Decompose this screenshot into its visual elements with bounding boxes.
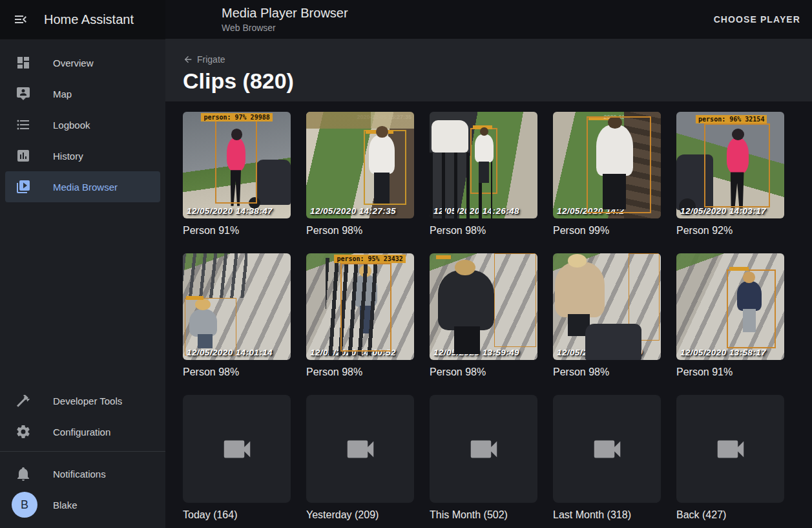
folder-label: Yesterday (209) [306, 509, 414, 522]
timestamp-overlay: 12/05/2020 13:58:17 [680, 348, 766, 357]
choose-player-button[interactable]: CHOOSE PLAYER [702, 8, 812, 31]
clip-caption: Person 92% [676, 224, 784, 237]
sidebar-item-overview[interactable]: Overview [5, 47, 160, 78]
clip-thumbnail: 12/05/2020 13:58:17 [676, 253, 784, 360]
camera-watermark: 2020-12-05 15:27:35 [357, 114, 411, 120]
folder-card[interactable]: Last Month (318) [553, 395, 661, 522]
clip-caption: Person 98% [553, 366, 661, 379]
sidebar-item-label: Configuration [53, 427, 110, 438]
sidebar-item-profile[interactable]: B Blake [5, 489, 160, 520]
detection-bounding-box [704, 123, 770, 207]
folder-tile [553, 395, 661, 503]
media-grid: person: 97% 29988 12/05/2020 14:38:47 Pe… [165, 101, 812, 522]
clip-thumbnail: 12/05/2020 14:26:48 [430, 112, 537, 218]
app-bar: Home Assistant Media Player Browser Web … [0, 0, 812, 39]
tooltip-account-icon [16, 86, 31, 101]
clip-thumbnail: 2020-12-05 15:26:06 12/05/2020 14:26:07 [553, 112, 661, 218]
folder-label: Back (427) [676, 509, 784, 522]
folder-label: Today (164) [183, 509, 291, 522]
folder-label: This Month (502) [430, 509, 537, 522]
sidebar-item-logbook[interactable]: Logbook [5, 109, 160, 140]
sidebar-item-label: Developer Tools [53, 396, 122, 407]
format-list-bulleted-icon [16, 117, 31, 132]
clip-thumbnail: 12/05/2020 13:59:49 [430, 253, 537, 360]
clip-caption: Person 98% [430, 224, 537, 237]
sidebar-item-configuration[interactable]: Configuration [5, 416, 160, 447]
clip-card[interactable]: 12/05/2020 13:58:30 Person 98% [553, 253, 661, 379]
folder-card[interactable]: Today (164) [183, 395, 291, 522]
page-subtitle: Web Browser [222, 22, 348, 34]
timestamp-overlay: 12/05/2020 14:26:48 [433, 206, 519, 216]
menu-open-icon[interactable] [5, 4, 36, 35]
cog-icon [16, 424, 31, 439]
clip-card[interactable]: 2020-12-05 15:27:35 12/05/2020 14:27:35 … [306, 112, 414, 237]
clip-card[interactable]: 12/05/2020 13:58:17 Person 91% [676, 253, 784, 379]
clip-card[interactable]: person: 95% 23432 12/05/2020 14:00:52 Pe… [306, 253, 414, 379]
person-figure [555, 262, 605, 317]
detection-label: person: 97% 29988 [201, 113, 272, 121]
clip-card[interactable]: 12/05/2020 14:01:14 Person 98% [183, 253, 291, 379]
detection-bounding-box [215, 120, 257, 204]
clip-thumbnail: 2020-12-05 15:27:35 12/05/2020 14:27:35 [306, 112, 414, 218]
clip-thumbnail: person: 95% 23432 12/05/2020 14:00:52 [306, 253, 414, 360]
sidebar-item-label: Media Browser [53, 182, 118, 193]
sidebar-divider [0, 451, 165, 452]
sidebar-item-media-browser[interactable]: Media Browser [5, 171, 160, 202]
avatar: B [12, 492, 37, 518]
folder-tile [676, 395, 784, 503]
detection-bounding-box [494, 253, 536, 347]
clip-card[interactable]: 12/05/2020 14:26:48 Person 98% [430, 112, 537, 237]
detection-bounding-box [340, 263, 391, 352]
breadcrumb[interactable]: Frigate [183, 54, 225, 65]
clip-caption: Person 98% [306, 224, 414, 237]
clip-caption: Person 91% [676, 366, 784, 379]
stroller-figure [256, 160, 291, 204]
view-dashboard-icon [16, 55, 31, 70]
bell-icon [16, 466, 31, 481]
person-figure [475, 134, 493, 162]
sidebar-item-developer-tools[interactable]: Developer Tools [5, 385, 160, 416]
folder-tile [306, 395, 414, 503]
sidebar-item-history[interactable]: History [5, 140, 160, 171]
clip-thumbnail: 12/05/2020 14:01:14 [183, 253, 291, 360]
arrow-left-icon [183, 54, 193, 65]
detection-label: person: 95% 23432 [334, 255, 405, 263]
folder-label: Last Month (318) [553, 509, 661, 522]
breadcrumb-label: Frigate [197, 54, 225, 65]
play-box-multiple-icon [16, 179, 31, 195]
sidebar-item-label: Blake [53, 500, 78, 511]
clip-caption: Person 98% [183, 366, 291, 379]
video-camera-icon [220, 432, 255, 467]
folder-card[interactable]: This Month (502) [430, 395, 537, 522]
clip-thumbnail: 12/05/2020 13:58:30 [553, 253, 661, 360]
sidebar-item-label: History [53, 151, 83, 162]
page-title: Media Player Browser [222, 5, 348, 21]
timestamp-overlay: 12/05/2020 14:03:17 [680, 206, 766, 216]
stroller-figure [585, 324, 641, 360]
clip-thumbnail: person: 97% 29988 12/05/2020 14:38:47 [183, 112, 291, 218]
folder-tile [430, 395, 537, 503]
person-figure [737, 281, 762, 311]
sidebar-item-label: Logbook [53, 120, 90, 131]
page-heading: Media Player Browser Web Browser [222, 5, 348, 34]
sidebar-item-label: Map [53, 89, 72, 100]
sidebar-item-map[interactable]: Map [5, 78, 160, 109]
sidebar: Overview Map Logbook History Media Brows… [0, 39, 165, 528]
clip-card[interactable]: 2020-12-05 15:26:06 12/05/2020 14:26:07 … [553, 112, 661, 237]
folder-card[interactable]: Back (427) [676, 395, 784, 522]
content-header: Frigate Clips (820) [165, 39, 812, 101]
folder-card[interactable]: Yesterday (209) [306, 395, 414, 522]
detection-bounding-box [587, 116, 651, 213]
video-camera-icon [343, 432, 378, 467]
media-grid-area: person: 97% 29988 12/05/2020 14:38:47 Pe… [165, 101, 812, 528]
clip-card[interactable]: person: 96% 32154 12/05/2020 14:03:17 Pe… [676, 112, 784, 237]
sidebar-item-label: Overview [53, 58, 94, 69]
clip-card[interactable]: person: 97% 29988 12/05/2020 14:38:47 Pe… [183, 112, 291, 237]
timestamp-overlay: 12/05/2020 14:27:35 [310, 206, 396, 216]
sidebar-bottom-nav: Developer Tools Configuration Notificati… [0, 385, 165, 528]
clip-caption: Person 98% [430, 366, 537, 379]
clip-card[interactable]: 12/05/2020 13:59:49 Person 98% [430, 253, 537, 379]
app-title: Home Assistant [44, 12, 134, 27]
sidebar-gap [0, 202, 165, 385]
sidebar-item-notifications[interactable]: Notifications [5, 458, 160, 489]
